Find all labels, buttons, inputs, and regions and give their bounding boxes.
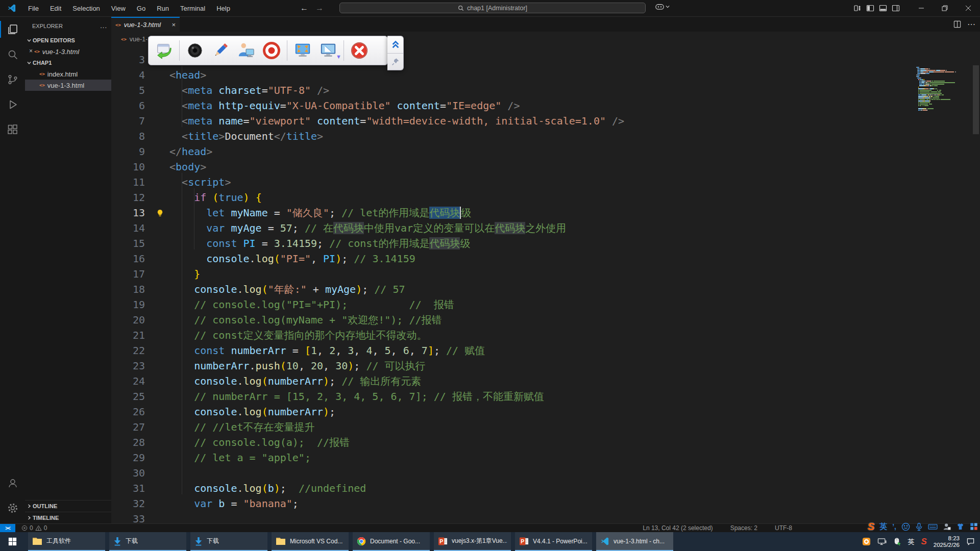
code-line[interactable]: 25 // numberArr = [15, 2, 3, 4, 5, 6, 7]… <box>111 389 980 404</box>
restore-window-icon[interactable] <box>153 38 175 63</box>
tray-ime-indicator[interactable]: 英 <box>908 537 914 546</box>
section-header-chap1[interactable]: CHAP1 <box>25 57 111 68</box>
indentation[interactable]: Spaces: 2 <box>730 524 757 532</box>
stop-icon[interactable] <box>348 38 371 63</box>
taskbar-button-工具软件[interactable]: 工具软件 <box>28 532 105 551</box>
cursor-position[interactable]: Ln 13, Col 42 (2 selected) <box>643 524 713 532</box>
tray-mouse-icon[interactable] <box>893 537 901 546</box>
extensions-icon[interactable] <box>0 117 25 142</box>
code-line[interactable]: 29 // let a = "apple"; <box>111 450 980 465</box>
restore-icon[interactable] <box>933 0 957 16</box>
settings-gear-icon[interactable] <box>0 495 25 520</box>
sogou-logo-icon[interactable]: S <box>868 521 874 533</box>
shirt-icon[interactable] <box>956 522 965 531</box>
code-line[interactable]: 14 var myAge = 57; // 在代码块中使用var定义的变量可以在… <box>111 220 980 236</box>
forward-button[interactable]: → <box>315 4 324 13</box>
taskbar-button-V4.4.1---PowerPoi...[interactable]: PV4.4.1 - PowerPoi... <box>515 532 592 551</box>
code-line[interactable]: 31 console.log(b); //undefined <box>111 481 980 496</box>
taskbar-button-下载[interactable]: 下载 <box>109 532 186 551</box>
code-line[interactable]: 17 } <box>111 266 980 282</box>
section-header-timeline[interactable]: TIMELINE <box>25 512 111 523</box>
mic-icon[interactable] <box>915 522 923 531</box>
code-line[interactable]: 11 <script> <box>111 174 980 190</box>
code-line[interactable]: 4<head> <box>111 67 980 83</box>
vertical-scrollbar[interactable] <box>973 65 979 134</box>
account-icon[interactable] <box>0 470 25 495</box>
command-center-search[interactable]: chap1 [Administrator] <box>339 3 646 13</box>
code-line[interactable]: 5 <meta charset="UTF-8" /> <box>111 83 980 98</box>
taskbar-button-vue-1-3.html---ch...[interactable]: vue-1-3.html - ch... <box>596 532 673 551</box>
code-line[interactable]: 19 // console.log("PI="+PI); // 报错 <box>111 297 980 312</box>
source-control-icon[interactable] <box>0 67 25 92</box>
more-actions-icon[interactable]: ⋯ <box>967 19 976 29</box>
code-line[interactable]: 21 // const定义变量指向的那个内存地址不得改动。 <box>111 328 980 343</box>
encoding[interactable]: UTF-8 <box>775 524 792 532</box>
back-button[interactable]: ← <box>300 4 308 13</box>
menu-item-help[interactable]: Help <box>212 3 235 14</box>
code-editor[interactable]: 34<head>5 <meta charset="UTF-8" />6 <met… <box>111 47 980 523</box>
code-line[interactable]: 20 // console.log(myName + "欢迎您!"); //报错 <box>111 312 980 328</box>
ime-punctuation-toggle[interactable]: ’, <box>892 522 896 531</box>
run-debug-icon[interactable] <box>0 92 25 117</box>
menu-item-run[interactable]: Run <box>152 3 174 14</box>
fullscreen-capture-icon[interactable] <box>291 38 314 63</box>
code-line[interactable]: 22 const numberArr = [1, 2, 3, 4, 5, 6, … <box>111 343 980 358</box>
file-item-index.html[interactable]: <>index.html <box>25 68 111 80</box>
code-line[interactable]: 24 console.log(numberArr); // 输出所有元素 <box>111 373 980 389</box>
code-line[interactable]: 12 if (true) { <box>111 190 980 205</box>
sidebar-more-icon[interactable]: ... <box>100 22 107 30</box>
presenter-icon[interactable] <box>235 38 257 63</box>
file-item-vue-1-3.html[interactable]: ×<>vue-1-3.html <box>25 46 111 57</box>
taskbar-button-Microsoft-VS-Cod...[interactable]: Microsoft VS Cod... <box>272 532 349 551</box>
code-line[interactable]: 9</head> <box>111 144 980 159</box>
start-button[interactable] <box>0 532 24 551</box>
tab-vue-1-3[interactable]: <> vue-1-3.html × <box>111 17 180 32</box>
remote-indicator[interactable]: >< <box>0 524 15 532</box>
close-icon[interactable] <box>957 0 980 16</box>
draw-pencil-icon[interactable] <box>209 38 232 63</box>
code-line[interactable]: 32 var b = "banana"; <box>111 496 980 511</box>
smiley-icon[interactable] <box>901 522 910 531</box>
code-line[interactable]: 7 <meta name="viewport" content="width=d… <box>111 113 980 129</box>
explorer-view-icon[interactable] <box>0 17 25 42</box>
customize-layout-icon[interactable] <box>853 4 862 12</box>
file-item-vue-1-3.html[interactable]: <>vue-1-3.html <box>25 80 111 91</box>
pin-icon[interactable] <box>387 53 403 70</box>
code-line[interactable]: 23 numberArr.push(10, 20, 30); // 可以执行 <box>111 358 980 373</box>
code-line[interactable]: 33 <box>111 511 980 523</box>
copilot-button[interactable] <box>655 3 670 10</box>
toggle-primary-sidebar-icon[interactable] <box>866 4 874 12</box>
tray-sogou-icon[interactable]: S <box>921 537 926 547</box>
split-editor-icon[interactable] <box>953 20 961 28</box>
record-icon[interactable] <box>260 38 283 63</box>
close-editor-icon[interactable]: × <box>29 47 33 55</box>
problems-indicator[interactable]: 0 0 <box>21 524 47 532</box>
menu-item-selection[interactable]: Selection <box>68 3 104 14</box>
tray-recorder-icon[interactable] <box>862 537 871 546</box>
search-view-icon[interactable] <box>0 42 25 67</box>
code-line[interactable]: 26 console.log(numberArr); <box>111 404 980 419</box>
code-line[interactable]: 18 console.log("年龄:" + myAge); // 57 <box>111 282 980 297</box>
person-icon[interactable] <box>943 522 951 531</box>
tray-display-icon[interactable] <box>877 538 887 546</box>
minimize-icon[interactable] <box>910 0 933 16</box>
dropdown-caret-icon[interactable]: ▼ <box>336 54 341 60</box>
code-line[interactable]: 28 // console.log(a); //报错 <box>111 435 980 450</box>
code-line[interactable]: 27 // //let不存在变量提升 <box>111 419 980 435</box>
ime-mode-toggle[interactable]: 英 <box>879 522 887 532</box>
code-line[interactable]: 30 <box>111 465 980 481</box>
lens-icon[interactable] <box>184 38 206 63</box>
menu-item-file[interactable]: File <box>23 3 43 14</box>
menu-item-terminal[interactable]: Terminal <box>176 3 210 14</box>
minimap[interactable] <box>916 65 971 113</box>
menu-item-edit[interactable]: Edit <box>45 3 66 14</box>
toggle-secondary-sidebar-icon[interactable] <box>892 4 900 12</box>
keyboard-icon[interactable] <box>928 523 938 531</box>
collapse-up-icon[interactable] <box>387 36 403 53</box>
code-line[interactable]: 8 <title>Document</title> <box>111 129 980 144</box>
taskbar-button-下载[interactable]: 下载 <box>190 532 267 551</box>
taskbar-button-vuejs3.x-第1章Vue...[interactable]: Pvuejs3.x-第1章Vue... <box>434 532 511 551</box>
code-line[interactable]: 16 console.log("PI=", PI); // 3.14159 <box>111 251 980 266</box>
menu-item-view[interactable]: View <box>107 3 130 14</box>
code-line[interactable]: 15 const PI = 3.14159; // const的作用域是代码块级 <box>111 236 980 251</box>
